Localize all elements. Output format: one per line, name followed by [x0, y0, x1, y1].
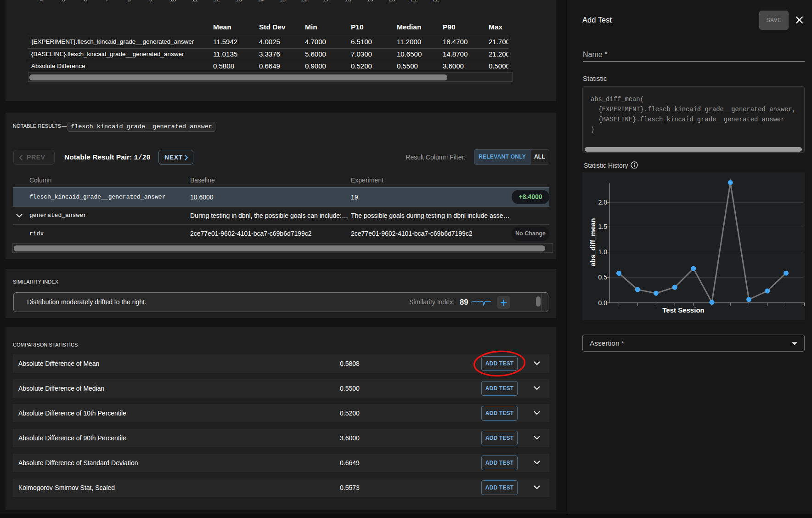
svg-text:Test Session: Test Session: [662, 306, 704, 314]
svg-text:0.5: 0.5: [598, 273, 608, 281]
svg-text:1.0: 1.0: [598, 248, 608, 256]
svg-text:2.0: 2.0: [598, 199, 608, 206]
svg-text:0.0: 0.0: [598, 299, 608, 307]
svg-text:1.5: 1.5: [598, 223, 608, 230]
svg-text:abs_diff_mean: abs_diff_mean: [589, 218, 597, 266]
